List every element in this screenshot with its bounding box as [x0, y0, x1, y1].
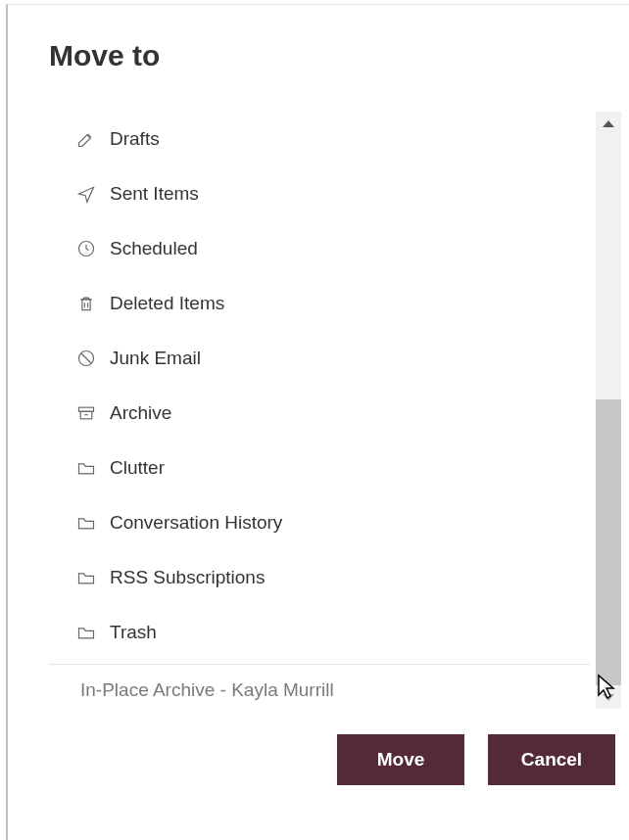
pencil-icon	[76, 129, 96, 149]
block-icon	[76, 349, 96, 368]
move-button[interactable]: Move	[337, 734, 464, 785]
folder-label: Junk Email	[110, 348, 201, 369]
folder-item-junk[interactable]: Junk Email	[76, 331, 590, 386]
scroll-down-button[interactable]	[596, 685, 621, 709]
folder-label: RSS Subscriptions	[110, 567, 265, 588]
dialog-title: Move to	[49, 39, 621, 72]
trash-icon	[76, 294, 96, 313]
dialog-body: Drafts Sent Items Scheduled Deleted Item…	[49, 112, 621, 709]
arrow-down-icon	[603, 694, 614, 701]
folder-icon	[76, 458, 96, 478]
scroll-track[interactable]	[596, 135, 621, 685]
folder-label: Drafts	[110, 128, 160, 150]
folder-label: Archive	[110, 402, 171, 424]
svg-rect-3	[79, 407, 94, 411]
folder-list: Drafts Sent Items Scheduled Deleted Item…	[49, 112, 590, 709]
folder-item-rss[interactable]: RSS Subscriptions	[76, 550, 590, 605]
folder-label: Conversation History	[110, 512, 282, 534]
folder-item-drafts[interactable]: Drafts	[76, 112, 590, 166]
folder-item-scheduled[interactable]: Scheduled	[76, 221, 590, 276]
folder-icon	[76, 513, 96, 533]
folder-icon	[76, 568, 96, 587]
archive-icon	[76, 403, 96, 423]
clock-icon	[76, 239, 96, 258]
section-label: In-Place Archive - Kayla Murrill	[80, 679, 334, 701]
button-row: Move Cancel	[49, 734, 621, 785]
cancel-button[interactable]: Cancel	[488, 734, 615, 785]
arrow-up-icon	[603, 120, 614, 127]
folder-item-deleted[interactable]: Deleted Items	[76, 276, 590, 331]
scroll-up-button[interactable]	[596, 112, 621, 135]
folder-label: Sent Items	[110, 183, 199, 205]
move-to-dialog: Move to Drafts Sent Items Scheduled	[6, 4, 629, 840]
send-icon	[76, 184, 96, 204]
folder-item-sent[interactable]: Sent Items	[76, 166, 590, 221]
folder-item-trash[interactable]: Trash	[76, 605, 590, 660]
folder-item-clutter[interactable]: Clutter	[76, 441, 590, 495]
folder-label: Deleted Items	[110, 293, 224, 314]
svg-rect-1	[82, 300, 90, 310]
folder-item-archive[interactable]: Archive	[76, 386, 590, 441]
folder-label: Clutter	[110, 457, 165, 479]
scroll-thumb[interactable]	[596, 399, 621, 685]
folder-icon	[76, 623, 96, 642]
section-inplace-archive[interactable]: In-Place Archive - Kayla Murrill	[76, 665, 590, 709]
folder-label: Scheduled	[110, 238, 198, 259]
scrollbar[interactable]	[596, 112, 621, 709]
folder-item-conversation-history[interactable]: Conversation History	[76, 495, 590, 550]
folder-label: Trash	[110, 622, 157, 643]
